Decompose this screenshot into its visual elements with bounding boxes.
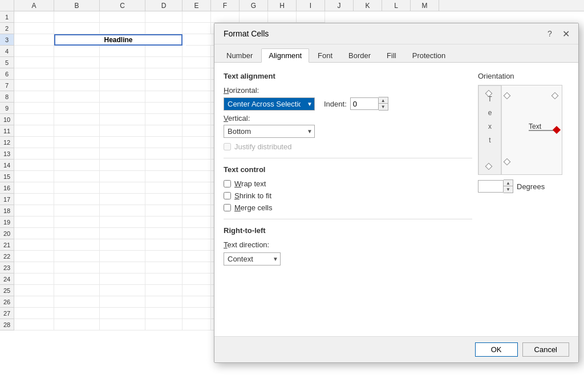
ok-button[interactable]: OK <box>475 342 518 357</box>
svg-text:x: x <box>488 122 492 130</box>
tab-alignment[interactable]: Alignment <box>261 48 309 63</box>
indent-spinner: ▲ ▼ <box>350 97 388 111</box>
merge-cells-row: Merge cells <box>224 203 472 212</box>
svg-text:e: e <box>488 109 492 117</box>
text-direction-label: Text direction: <box>224 240 269 249</box>
tab-fill[interactable]: Fill <box>379 48 404 63</box>
dialog-overlay: Format Cells ? ✕ Number Alignment Font B… <box>0 0 584 392</box>
degrees-up-button[interactable]: ▲ <box>504 180 513 186</box>
text-direction-row: Text direction: <box>224 240 472 249</box>
close-button[interactable]: ✕ <box>560 28 571 39</box>
orientation-svg: T e x t <box>478 85 562 175</box>
horizontal-select[interactable]: Center Across Selection General Left (In… <box>224 97 315 111</box>
shrink-to-fit-checkbox[interactable] <box>224 192 231 199</box>
text-direction-select-row: Context Left-to-Right Right-to-Left ▼ <box>224 252 472 266</box>
wrap-text-checkbox[interactable] <box>224 180 231 187</box>
indent-input[interactable] <box>350 97 379 110</box>
svg-text:Text: Text <box>529 122 542 130</box>
content-right: Orientation T e x t <box>472 72 569 266</box>
cancel-button[interactable]: Cancel <box>522 342 569 357</box>
tab-protection[interactable]: Protection <box>405 48 453 63</box>
vertical-select[interactable]: Bottom Top Center Justify Distributed <box>224 125 315 138</box>
text-direction-select[interactable]: Context Left-to-Right Right-to-Left <box>224 252 281 266</box>
tab-border[interactable]: Border <box>341 48 378 63</box>
help-button[interactable]: ? <box>544 28 555 39</box>
orientation-canvas: T e x t <box>478 85 562 175</box>
horizontal-select-container: Center Across Selection General Left (In… <box>224 97 315 111</box>
dialog-titlebar: Format Cells ? ✕ <box>214 23 578 44</box>
divider-1 <box>224 158 472 158</box>
dialog-controls: ? ✕ <box>544 28 571 39</box>
degrees-spinner-buttons: ▲ ▼ <box>504 179 513 193</box>
format-cells-dialog: Format Cells ? ✕ Number Alignment Font B… <box>214 23 579 363</box>
justify-distributed-checkbox[interactable] <box>224 143 231 150</box>
horizontal-controls: Center Across Selection General Left (In… <box>224 97 472 111</box>
wrap-text-label: Wrap text <box>234 179 266 188</box>
indent-label: Indent: <box>324 100 347 108</box>
svg-rect-7 <box>504 92 510 99</box>
degrees-input[interactable]: 0 <box>478 180 504 193</box>
vertical-select-container: Bottom Top Center Justify Distributed ▼ <box>224 125 315 138</box>
wrap-text-row: Wrap text <box>224 179 472 188</box>
degrees-input-container: 0 ▲ ▼ <box>478 179 513 193</box>
svg-rect-12 <box>553 126 561 134</box>
dialog-footer: OK Cancel <box>214 336 578 362</box>
orientation-title: Orientation <box>478 72 569 80</box>
horizontal-label: HHorizontal:orizontal: <box>224 86 472 95</box>
tab-bar: Number Alignment Font Border Fill Protec… <box>214 44 578 63</box>
indent-down-button[interactable]: ▼ <box>379 104 388 110</box>
dialog-content: Text alignment HHorizontal:orizontal: Ce… <box>214 63 578 336</box>
svg-rect-10 <box>504 158 510 165</box>
degrees-label: Degrees <box>517 182 545 191</box>
divider-2 <box>224 219 472 219</box>
horizontal-row: HHorizontal:orizontal: Center Across Sel… <box>224 86 472 111</box>
indent-up-button[interactable]: ▲ <box>379 97 388 104</box>
merge-cells-checkbox[interactable] <box>224 204 231 211</box>
justify-distributed-label: Justify distributed <box>234 142 291 151</box>
degrees-down-button[interactable]: ▼ <box>504 186 513 193</box>
section-text-alignment: Text alignment <box>224 72 472 80</box>
section-rtl: Right-to-left <box>224 226 472 235</box>
merge-cells-label: Merge cells <box>234 203 272 212</box>
text-direction-select-container: Context Left-to-Right Right-to-Left ▼ <box>224 252 281 266</box>
shrink-to-fit-label: Shrink to fit <box>234 191 271 200</box>
vertical-row: Vertical: Bottom Top Center Justify Dist… <box>224 114 472 138</box>
vertical-label: Vertical: <box>224 114 472 122</box>
content-left: Text alignment HHorizontal:orizontal: Ce… <box>224 72 472 266</box>
dialog-title: Format Cells <box>224 29 269 38</box>
tab-font[interactable]: Font <box>310 48 340 63</box>
tab-number[interactable]: Number <box>219 48 260 63</box>
shrink-to-fit-row: Shrink to fit <box>224 191 472 200</box>
justify-distributed-row: Justify distributed <box>224 142 472 151</box>
indent-row: Indent: ▲ ▼ <box>324 97 388 111</box>
rtl-section: Right-to-left Text direction: Context Le… <box>224 226 472 266</box>
degrees-row: 0 ▲ ▼ Degrees <box>478 179 569 193</box>
svg-rect-8 <box>551 92 558 99</box>
spinner-buttons: ▲ ▼ <box>379 97 388 111</box>
content-split: Text alignment HHorizontal:orizontal: Ce… <box>224 72 569 266</box>
section-text-control: Text control <box>224 165 472 174</box>
